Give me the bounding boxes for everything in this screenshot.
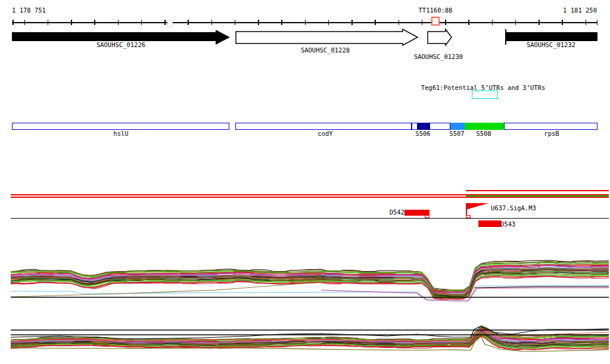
- expression-plot-layer: [0, 0, 610, 364]
- genome-browser-window: 1 178 751 TT1160:88 1 181 250 SAOUHSC_01…: [0, 0, 610, 364]
